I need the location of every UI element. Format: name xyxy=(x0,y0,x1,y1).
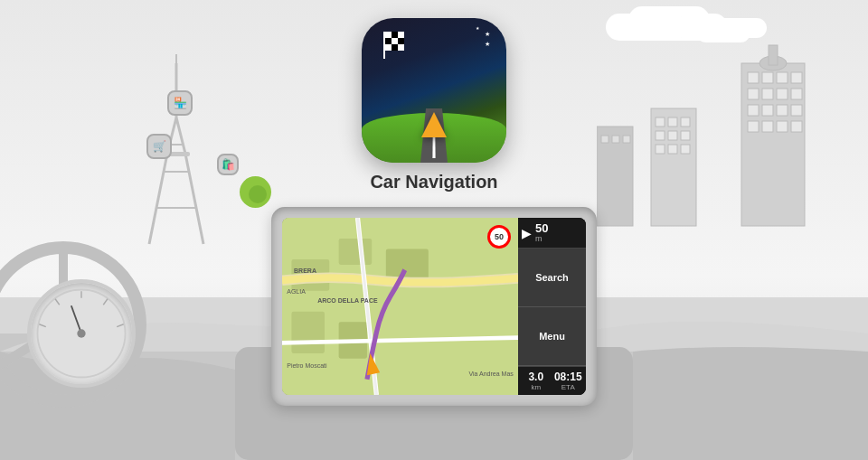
svg-rect-38 xyxy=(623,136,630,143)
nav-eta-value: 08:15 xyxy=(554,371,583,383)
svg-rect-11 xyxy=(748,89,759,99)
svg-rect-36 xyxy=(601,136,609,143)
nav-dashboard: Via Antonio Canova xyxy=(271,207,597,406)
svg-rect-66 xyxy=(339,239,373,265)
svg-rect-16 xyxy=(762,105,773,116)
svg-rect-19 xyxy=(748,121,759,132)
svg-rect-27 xyxy=(668,117,677,127)
svg-rect-15 xyxy=(748,105,759,116)
svg-rect-40 xyxy=(385,32,392,38)
svg-rect-42 xyxy=(398,32,404,38)
map-label-brera: BRERA xyxy=(294,268,316,274)
svg-rect-10 xyxy=(791,72,802,83)
svg-rect-45 xyxy=(398,38,404,44)
speedometer xyxy=(27,279,136,388)
svg-rect-13 xyxy=(777,89,788,99)
map-label-andrea: Via Andrea Mas xyxy=(468,371,513,377)
nav-eta-label: ETA xyxy=(554,383,583,391)
svg-rect-47 xyxy=(392,44,398,51)
app-icon: ★★ ★ xyxy=(362,18,506,163)
svg-rect-48 xyxy=(398,44,404,51)
nav-km-value: 3.0 xyxy=(522,371,551,383)
svg-rect-22 xyxy=(791,121,802,132)
svg-rect-33 xyxy=(668,145,677,154)
svg-rect-30 xyxy=(668,131,677,140)
svg-rect-24 xyxy=(769,45,778,65)
search-button[interactable]: Search xyxy=(518,249,586,307)
nav-distance: ▶ 50 m xyxy=(518,218,586,249)
svg-rect-44 xyxy=(392,38,398,44)
nav-distance-text: 50 m xyxy=(535,222,548,243)
app-icon-container: ★★ ★ Car Navigation xyxy=(362,18,506,192)
svg-rect-7 xyxy=(748,72,759,83)
cart-icon: 🛒 xyxy=(146,134,172,159)
svg-rect-34 xyxy=(681,145,690,154)
svg-rect-17 xyxy=(777,105,788,116)
svg-rect-9 xyxy=(777,72,788,83)
svg-rect-67 xyxy=(386,249,429,281)
map-label-moscati: Pietro Moscati xyxy=(287,362,326,369)
nav-distance-value: 50 xyxy=(535,222,548,234)
nav-turn-arrow: ▶ xyxy=(522,226,532,240)
svg-rect-21 xyxy=(777,121,788,132)
svg-rect-29 xyxy=(656,131,665,140)
nav-right-panel: ▶ 50 m Search Menu 3.0 km 08:15 ETA xyxy=(518,218,586,395)
svg-rect-14 xyxy=(791,89,802,99)
map-label-arco: ARCO DELLA PACE xyxy=(317,297,378,304)
svg-rect-12 xyxy=(762,89,773,99)
svg-rect-43 xyxy=(385,38,392,44)
svg-rect-28 xyxy=(681,117,690,127)
map-area: Via Antonio Canova xyxy=(282,218,518,395)
svg-rect-46 xyxy=(385,44,392,51)
svg-rect-26 xyxy=(656,117,665,127)
svg-rect-18 xyxy=(791,105,802,116)
speed-limit-sign: 50 xyxy=(487,225,511,249)
svg-rect-68 xyxy=(291,312,325,353)
app-nav-arrow xyxy=(421,112,447,137)
svg-point-63 xyxy=(77,329,85,337)
nav-km-label: km xyxy=(522,383,551,391)
svg-rect-20 xyxy=(762,121,773,132)
svg-rect-37 xyxy=(612,136,619,143)
svg-rect-31 xyxy=(681,131,690,140)
nav-eta-item: 08:15 ETA xyxy=(554,371,583,391)
shop-icon: 🏪 xyxy=(167,90,193,116)
map-label-aglia: AGLIA xyxy=(287,288,306,295)
nav-km-item: 3.0 km xyxy=(522,371,551,391)
nav-screen: Via Antonio Canova xyxy=(282,218,586,395)
nav-distance-unit: m xyxy=(535,234,548,243)
menu-button[interactable]: Menu xyxy=(518,307,586,366)
svg-rect-32 xyxy=(656,145,665,154)
svg-rect-41 xyxy=(392,32,398,38)
nav-bottom-stats: 3.0 km 08:15 ETA xyxy=(518,366,586,395)
svg-rect-8 xyxy=(762,72,773,83)
